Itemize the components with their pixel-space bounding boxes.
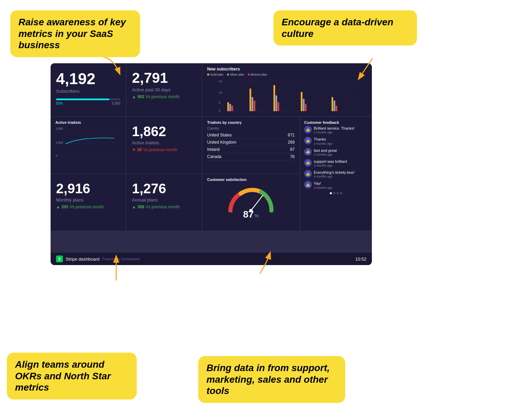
annual-value: 1,276 bbox=[132, 182, 196, 195]
country-name-ie: Ireland bbox=[207, 147, 220, 152]
down-arrow-icon: ▼ bbox=[132, 147, 136, 152]
progress-bar-bg bbox=[56, 99, 120, 100]
svg-rect-15 bbox=[275, 95, 277, 111]
svg-rect-18 bbox=[303, 99, 305, 111]
callout-bottom-right: Bring data in from support, marketing, s… bbox=[198, 356, 345, 403]
gold-dot bbox=[207, 74, 209, 76]
feedback-text-1: Brilliant service. Thanks! bbox=[314, 126, 354, 131]
country-num-ie: 87 bbox=[290, 147, 295, 152]
arrow-bl bbox=[99, 250, 133, 284]
callout-top-left: Raise awareness of key metrics in your S… bbox=[10, 10, 140, 57]
annual-change: ▲ 388 Vs previous month bbox=[132, 205, 196, 209]
country-num-us: 671 bbox=[288, 133, 295, 137]
feedback-content-6: Yay! 4 months ago bbox=[314, 181, 333, 189]
country-num-uk: 269 bbox=[288, 140, 295, 145]
progress-labels: 83% 5,000 bbox=[56, 102, 120, 105]
subscribers-label: Subscribers bbox=[56, 89, 120, 94]
feedback-time-4: 2 months ago bbox=[314, 164, 347, 167]
feedback-time-6: 4 months ago bbox=[314, 186, 333, 189]
feedback-text-4: support was brilliant bbox=[314, 159, 347, 164]
gauge-value-wrap: 87 % bbox=[243, 212, 259, 220]
feedback-content-5: Everything's tickety-boo! 4 months ago bbox=[314, 170, 354, 178]
svg-rect-12 bbox=[252, 97, 253, 111]
dashboard-grid: 4,192 Subscribers 83% 5,000 2,791 Active… bbox=[51, 63, 372, 253]
feedback-time-1: 2 months ago bbox=[314, 131, 354, 134]
monthly-change: ▲ 205 Vs previous month bbox=[56, 205, 120, 209]
country-row-uk: United Kingdom 269 bbox=[207, 139, 295, 146]
country-title: Trialists by country bbox=[207, 120, 295, 124]
feedback-time-3: 2 months ago bbox=[314, 153, 337, 156]
svg-text:31 Jan: 31 Jan bbox=[106, 158, 113, 158]
feedback-content-4: support was brilliant 2 months ago bbox=[314, 159, 347, 167]
monthly-cell: 2,916 Monthly plans ▲ 205 Vs previous mo… bbox=[51, 174, 126, 231]
dot-4 bbox=[340, 192, 342, 194]
svg-text:15: 15 bbox=[219, 80, 222, 83]
active30-change-num: 593 bbox=[137, 94, 144, 99]
svg-rect-17 bbox=[301, 92, 302, 111]
svg-text:10 Jan: 10 Jan bbox=[71, 158, 78, 158]
monthly-change-num: 205 bbox=[62, 205, 68, 209]
svg-rect-11 bbox=[250, 89, 251, 111]
active30-change-label: Vs previous month bbox=[146, 94, 179, 99]
svg-rect-16 bbox=[278, 102, 279, 111]
trialists-value: 1,862 bbox=[132, 124, 196, 138]
thumb-icon-1: 👍 bbox=[304, 126, 312, 133]
footer-logo-icon: S bbox=[56, 255, 63, 262]
annual-change-label: Vs previous month bbox=[146, 205, 179, 209]
feedback-item-2: 👍 Thanks 2 months ago bbox=[304, 137, 368, 145]
annual-change-num: 388 bbox=[137, 205, 144, 209]
svg-text:0: 0 bbox=[56, 154, 57, 157]
trialists-label: Active trialists bbox=[132, 140, 196, 145]
feedback-time-2: 2 months ago bbox=[314, 142, 333, 145]
dot-1 bbox=[330, 192, 332, 194]
feedback-text-5: Everything's tickety-boo! bbox=[314, 170, 354, 175]
svg-rect-20 bbox=[332, 97, 333, 111]
trialists-change: ▼ 89 Vs previous month bbox=[132, 147, 196, 152]
satisfaction-title: Customer satisfaction bbox=[207, 178, 295, 182]
country-col-head: Country bbox=[207, 127, 295, 130]
footer-time: 10:52 bbox=[355, 257, 366, 262]
subscribers-chart-svg: 15 10 5 0 bbox=[207, 78, 367, 113]
active30-label: Active past 30 days bbox=[132, 87, 196, 92]
svg-text:3 Jan: 3 Jan bbox=[63, 158, 69, 158]
legend-bronze: Bronze plan bbox=[248, 73, 267, 76]
svg-text:5: 5 bbox=[219, 101, 220, 105]
feedback-text-6: Yay! bbox=[314, 181, 333, 186]
trialists-change-label: Vs previous month bbox=[143, 147, 177, 152]
active30-value: 2,791 bbox=[132, 71, 196, 85]
chart-legend: Gold plan Silver plan Bronze plan bbox=[207, 73, 367, 76]
thumb-icon-4: 👍 bbox=[304, 159, 312, 167]
dot-3 bbox=[337, 192, 339, 194]
feedback-item-6: 👍 Yay! 4 months ago bbox=[304, 181, 368, 189]
progress-pct: 83% bbox=[56, 102, 63, 105]
trialists-line-chart-svg: 2,000 1,000 0 3 Jan 10 Jan 17 Jan 24 Jan… bbox=[55, 126, 121, 158]
country-row-ca: Canada 76 bbox=[207, 153, 295, 160]
subscribers-progress: 83% 5,000 bbox=[56, 99, 120, 105]
trialists-change-num: 89 bbox=[137, 147, 142, 152]
up-arrow-icon-m: ▲ bbox=[56, 205, 60, 209]
callout-bottom-left: Align teams around OKRs and North Star m… bbox=[7, 353, 137, 399]
feedback-item-4: 👍 support was brilliant 2 months ago bbox=[304, 159, 368, 167]
annual-cell: 1,276 Annual plans ▲ 388 Vs previous mon… bbox=[126, 174, 202, 231]
country-row-us: United States 671 bbox=[207, 132, 295, 139]
footer-brand-name: Stripe dashboard bbox=[66, 257, 99, 262]
satisfaction-unit: % bbox=[254, 213, 258, 219]
dashboard-footer: S Stripe dashboard Powered by Geckoboard… bbox=[51, 253, 372, 265]
progress-bar-fill bbox=[56, 99, 109, 100]
feedback-content-1: Brilliant service. Thanks! 2 months ago bbox=[314, 126, 354, 134]
trialists-num-cell: 1,862 Active trialists ▼ 89 Vs previous … bbox=[126, 117, 202, 173]
trialists-chart-title: Active trialists bbox=[55, 120, 121, 124]
svg-rect-21 bbox=[334, 101, 335, 111]
bronze-dot bbox=[248, 74, 250, 76]
feedback-content-2: Thanks 2 months ago bbox=[314, 137, 333, 145]
satisfaction-value: 87 bbox=[243, 209, 254, 220]
progress-max: 5,000 bbox=[112, 102, 120, 105]
up-arrow-icon-a: ▲ bbox=[132, 205, 136, 209]
svg-text:10: 10 bbox=[219, 91, 222, 94]
svg-text:2,000: 2,000 bbox=[56, 127, 63, 130]
feedback-time-5: 4 months ago bbox=[314, 175, 354, 178]
feedback-content-3: fast and great 2 months ago bbox=[314, 148, 337, 156]
svg-text:17 Jan: 17 Jan bbox=[81, 158, 88, 158]
thumb-icon-5: 👍 bbox=[304, 170, 312, 178]
country-name-uk: United Kingdom bbox=[207, 140, 236, 145]
